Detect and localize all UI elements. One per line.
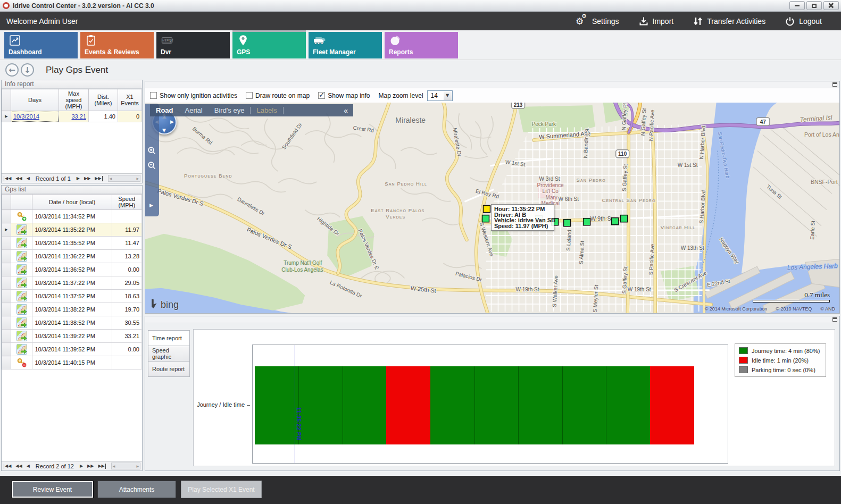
pan-east-icon[interactable]: ▶	[170, 119, 174, 124]
pan-south-icon[interactable]: ▼	[162, 128, 166, 133]
nav-scrollbar[interactable]: ◀▶	[111, 463, 140, 469]
days-link[interactable]: 10/3/2014	[13, 113, 39, 120]
gps-list-row[interactable]: 10/3/2014 11:36:22 PM13.28	[2, 250, 142, 263]
nav-prev-button[interactable]: ◀	[27, 176, 30, 181]
nav-prev-page-button[interactable]: ◀◀	[15, 176, 22, 181]
gps-marker[interactable]	[584, 219, 590, 225]
gps-list-row[interactable]: 10/3/2014 11:34:52 PM	[2, 210, 142, 223]
nav-first-button[interactable]: ◀◀	[4, 176, 11, 181]
strip-expand-icon[interactable]: ▶	[149, 203, 153, 208]
maximize-button[interactable]	[806, 1, 822, 10]
bing-map[interactable]: Burma RdSouthfield DrCrest RdMiralesteMi…	[145, 103, 839, 313]
gps-list-row[interactable]: 10/3/2014 11:38:52 PM30.55	[2, 316, 142, 330]
gps-marker[interactable]	[621, 215, 628, 222]
welcome-text: Welcome Admin User	[6, 17, 78, 26]
map-zoom-select[interactable]: 14▼	[427, 90, 453, 101]
back-button[interactable]: ←	[5, 63, 19, 77]
row-selector-icon	[2, 250, 11, 263]
gps-marker[interactable]	[482, 215, 489, 222]
tab-gps[interactable]: GPS	[232, 32, 306, 58]
gps-list-row[interactable]: 10/3/2014 11:38:22 PM19.70	[2, 303, 142, 316]
map-mode-labels[interactable]: Labels	[256, 106, 277, 114]
chart-tab-speed-graphic[interactable]: Speed graphic	[148, 346, 190, 362]
gps-marker-selected[interactable]	[483, 205, 490, 212]
attachments-button[interactable]: Attachments	[97, 481, 176, 498]
map-mode-aerial[interactable]: Aerial	[185, 106, 203, 114]
checkbox-draw-route-on-map[interactable]: Draw route on map	[246, 92, 310, 99]
tab-dvr[interactable]: MERGEDvr	[156, 32, 230, 58]
column-header[interactable]: X1 Events	[118, 89, 142, 111]
column-header[interactable]: Days	[11, 89, 59, 111]
map-mode-road[interactable]: Road	[156, 106, 173, 114]
map-label: Central San Pedro	[602, 197, 656, 203]
down-button[interactable]: ↓	[21, 63, 34, 77]
transfer-activities-button[interactable]: Transfer Activities	[693, 16, 765, 27]
row-selector-icon	[2, 290, 11, 303]
nav-scrollbar[interactable]: ◀▶	[108, 175, 140, 182]
close-button[interactable]	[823, 1, 839, 10]
map-label: Providence	[537, 182, 564, 188]
column-header[interactable]: Maxspeed(MPH)	[59, 89, 89, 111]
map-panel-collapse-icon[interactable]	[832, 82, 837, 87]
gps-list-row[interactable]: 10/3/2014 11:35:52 PM11.47	[2, 237, 142, 250]
checkbox-icon[interactable]	[318, 92, 325, 99]
column-header[interactable]: Speed(MPH)	[112, 195, 141, 210]
gps-list-row[interactable]: 10/3/2014 11:39:52 PM0.00	[2, 343, 142, 356]
tab-events-reviews[interactable]: Events & Reviews	[80, 32, 154, 58]
nav-last-button[interactable]: ▶▶	[98, 464, 105, 469]
chart-row-label: Journey / Idle time	[194, 401, 250, 408]
chart-tab-time-report[interactable]: Time report	[148, 330, 190, 346]
tab-dashboard[interactable]: Dashboard	[4, 32, 78, 58]
gps-marker[interactable]	[612, 218, 619, 225]
logout-button[interactable]: Logout	[785, 16, 822, 27]
map-mode-bird-s-eye[interactable]: Bird's eye	[214, 106, 245, 114]
map-scale: 0.7 miles	[753, 291, 830, 303]
gps-list-row[interactable]: 10/3/2014 11:37:22 PM29.05	[2, 276, 142, 290]
column-header[interactable]: Dist.(Miles)	[89, 89, 118, 111]
gps-list-row[interactable]: 10/3/2014 11:39:22 PM33.21	[2, 330, 142, 343]
nav-prev-button[interactable]: ◀	[27, 464, 30, 469]
info-report-row[interactable]: ▶ 10/3/2014 33.21 1.40 0	[2, 111, 142, 122]
nav-next-page-button[interactable]: ▶▶	[84, 176, 90, 181]
minimize-button[interactable]	[789, 1, 805, 10]
tab-fleet-manager[interactable]: Fleet Manager	[309, 32, 382, 58]
gps-list-row[interactable]: 10/3/2014 11:36:52 PM0.00	[2, 263, 142, 276]
gps-marker[interactable]	[564, 220, 571, 226]
chart-tab-route-report[interactable]: Route report	[148, 361, 190, 377]
zoom-out-button[interactable]	[147, 161, 157, 171]
max-speed-link[interactable]: 33.21	[71, 113, 86, 120]
journey-segment	[298, 366, 343, 444]
zoom-in-button[interactable]	[147, 146, 157, 156]
play-selected-x1-event-button[interactable]: Play Selected X1 Event	[181, 481, 262, 498]
time-cursor[interactable]	[295, 345, 295, 463]
gps-list-row[interactable]: ▶10/3/2014 11:35:22 PM11.97	[2, 223, 142, 237]
nav-prev-page-button[interactable]: ◀◀	[15, 464, 22, 469]
nav-next-page-button[interactable]: ▶▶	[87, 464, 94, 469]
checkbox-icon[interactable]	[150, 92, 157, 99]
row-selector-icon	[2, 330, 11, 343]
legend-item: Parking time: 0 sec (0%)	[739, 366, 822, 373]
gps-list-row[interactable]: 10/3/2014 11:37:52 PM18.63	[2, 290, 142, 303]
chevron-down-icon[interactable]: ▼	[444, 91, 452, 100]
map-label: San Pedro Hill	[385, 181, 427, 187]
svg-text:47: 47	[760, 119, 767, 125]
checkbox-show-map-info[interactable]: Show map info	[318, 92, 370, 99]
events-icon	[85, 34, 97, 47]
tab-reports[interactable]: Reports	[385, 32, 458, 58]
map-bar-collapse-button[interactable]: «	[344, 106, 348, 115]
column-header[interactable]: Date / hour (local)	[32, 195, 112, 210]
chart-panel-collapse-icon[interactable]	[832, 317, 837, 322]
review-event-button[interactable]: Review Event	[11, 481, 94, 498]
import-button[interactable]: Import	[638, 16, 674, 27]
nav-last-button[interactable]: ▶▶	[95, 176, 102, 181]
gps-list-row[interactable]: 10/3/2014 11:40:15 PM	[2, 356, 142, 369]
page-title: Play Gps Event	[46, 65, 108, 75]
map-label: Earle St	[809, 221, 816, 240]
checkbox-show-only-ignition-activities[interactable]: Show only ignition activities	[150, 92, 237, 99]
checkbox-icon[interactable]	[246, 92, 253, 99]
settings-button[interactable]: ⚙⚙Settings	[577, 16, 619, 27]
tab-label: Dvr	[161, 48, 171, 56]
nav-next-button[interactable]: ▶	[80, 464, 83, 469]
nav-next-button[interactable]: ▶	[77, 176, 80, 181]
nav-first-button[interactable]: ◀◀	[4, 464, 11, 469]
